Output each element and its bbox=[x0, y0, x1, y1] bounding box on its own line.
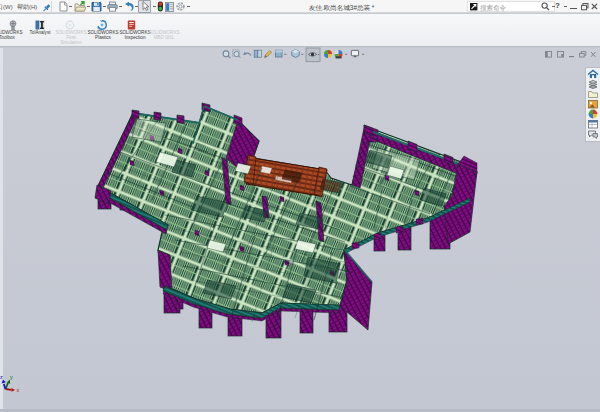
svg-text:z: z bbox=[0, 374, 3, 380]
svg-text:x: x bbox=[17, 387, 20, 393]
svg-text:y: y bbox=[10, 374, 13, 380]
